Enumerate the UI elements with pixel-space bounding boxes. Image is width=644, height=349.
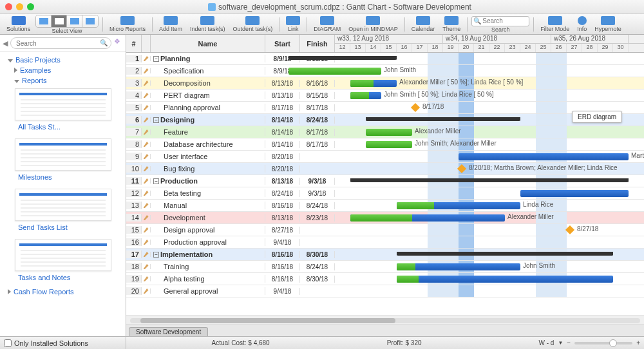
timeline-cell[interactable]: John Smith; Alexander Miller bbox=[335, 138, 644, 150]
grid-body[interactable]: ERD diagram 1 −Planning 8/9/18 8/16/18 2… bbox=[126, 53, 644, 316]
view-2[interactable] bbox=[52, 15, 67, 27]
report-thumb[interactable] bbox=[15, 88, 111, 120]
table-row[interactable]: 17 −Implementation 8/16/18 8/30/18 bbox=[126, 249, 644, 261]
theme-button[interactable]: Theme bbox=[440, 15, 463, 34]
start-cell[interactable]: 8/13/18 bbox=[265, 178, 300, 185]
timeline-cell[interactable]: Alexander Miller bbox=[335, 212, 644, 223]
mindmap-button[interactable]: Open in MINDMAP bbox=[346, 15, 401, 34]
info-button[interactable]: Info bbox=[574, 15, 589, 34]
task-bar[interactable] bbox=[397, 263, 520, 270]
row-indicator[interactable] bbox=[142, 276, 151, 281]
task-name-cell[interactable]: Development bbox=[151, 214, 265, 222]
row-indicator[interactable] bbox=[142, 240, 151, 245]
task-name-cell[interactable]: Training bbox=[151, 263, 265, 270]
finish-cell[interactable]: 8/30/18 bbox=[300, 251, 335, 258]
filter-button[interactable]: Filter Mode bbox=[538, 15, 572, 34]
task-bar[interactable] bbox=[289, 68, 381, 75]
zoom-out-icon[interactable]: − bbox=[567, 339, 571, 346]
table-row[interactable]: 5 Planning approval 8/17/18 8/17/18 8/17… bbox=[126, 102, 644, 114]
table-row[interactable]: 12 Beta testing 8/24/18 9/3/18 bbox=[126, 187, 644, 200]
start-cell[interactable]: 8/13/18 bbox=[265, 92, 300, 99]
task-name-cell[interactable]: −Implementation bbox=[151, 250, 265, 258]
table-row[interactable]: 9 User interface 8/20/18 Martha Brown bbox=[126, 151, 644, 163]
timeline-cell[interactable]: John Smith bbox=[335, 261, 644, 272]
row-indicator[interactable] bbox=[142, 68, 151, 73]
start-cell[interactable]: 8/27/18 bbox=[265, 227, 300, 234]
task-name-cell[interactable]: −Production bbox=[151, 177, 265, 185]
col-start[interactable]: Start bbox=[265, 35, 300, 52]
table-row[interactable]: 2 Specification 8/9/18 8/15/18 John Smit… bbox=[126, 65, 644, 77]
timeline-cell[interactable]: Alexander Miller [ 50 %]; Linda Rice [ 5… bbox=[335, 77, 644, 89]
timeline-cell[interactable]: Martha Brown bbox=[335, 151, 644, 162]
start-cell[interactable]: 8/14/18 bbox=[265, 117, 300, 124]
task-name-cell[interactable]: Decomposition bbox=[151, 79, 265, 87]
col-finish[interactable]: Finish bbox=[300, 35, 335, 52]
row-indicator[interactable] bbox=[142, 264, 151, 269]
start-cell[interactable]: 9/4/18 bbox=[265, 239, 300, 246]
start-cell[interactable]: 8/14/18 bbox=[265, 141, 300, 148]
row-indicator[interactable] bbox=[142, 227, 151, 232]
task-name-cell[interactable]: −Planning bbox=[151, 55, 265, 62]
task-bar[interactable] bbox=[397, 202, 520, 209]
summary-bar[interactable] bbox=[397, 252, 613, 256]
table-row[interactable]: 6 −Designing 8/14/18 8/24/18 bbox=[126, 114, 644, 126]
task-bar[interactable] bbox=[350, 80, 397, 87]
row-indicator[interactable] bbox=[142, 203, 151, 208]
link-button[interactable]: Link bbox=[283, 15, 303, 34]
row-indicator[interactable] bbox=[142, 129, 151, 135]
finish-cell[interactable]: 8/24/18 bbox=[300, 263, 335, 270]
finish-cell[interactable]: 9/3/18 bbox=[300, 190, 335, 197]
report-thumb[interactable] bbox=[15, 239, 111, 271]
table-row[interactable]: 19 Alpha testing 8/16/18 8/30/18 bbox=[126, 273, 644, 285]
timeline-cell[interactable]: 8/27/18 bbox=[335, 224, 644, 236]
timeline-cell[interactable] bbox=[335, 53, 644, 64]
start-cell[interactable]: 8/20/18 bbox=[265, 153, 300, 160]
row-indicator[interactable] bbox=[142, 288, 151, 294]
row-indicator[interactable] bbox=[142, 105, 151, 110]
start-cell[interactable]: 8/13/18 bbox=[265, 80, 300, 87]
finish-cell[interactable]: 8/17/18 bbox=[300, 129, 335, 136]
task-bar[interactable] bbox=[397, 276, 613, 283]
task-name-cell[interactable]: Alpha testing bbox=[151, 275, 265, 283]
start-cell[interactable]: 8/13/18 bbox=[265, 214, 300, 222]
table-row[interactable]: 15 Design approval 8/27/18 8/27/18 bbox=[126, 224, 644, 236]
start-cell[interactable]: 8/17/18 bbox=[265, 104, 300, 111]
finish-cell[interactable]: 8/16/18 bbox=[300, 80, 335, 87]
start-cell[interactable]: 8/16/18 bbox=[265, 276, 300, 283]
task-bar[interactable] bbox=[350, 214, 505, 222]
table-row[interactable]: 18 Training 8/16/18 8/24/18 John Smith bbox=[126, 261, 644, 273]
table-row[interactable]: 10 Bug fixing 8/20/18 8/20/18; Martha Br… bbox=[126, 163, 644, 175]
task-name-cell[interactable]: Bug fixing bbox=[151, 165, 265, 173]
table-row[interactable]: 20 General approval 9/4/18 bbox=[126, 285, 644, 297]
finish-cell[interactable]: 8/15/18 bbox=[300, 92, 335, 99]
row-indicator[interactable] bbox=[142, 117, 151, 122]
start-cell[interactable]: 8/24/18 bbox=[265, 190, 300, 197]
row-indicator[interactable] bbox=[142, 93, 151, 98]
summary-bar[interactable] bbox=[350, 178, 629, 182]
task-bar[interactable] bbox=[366, 141, 412, 148]
table-row[interactable]: 16 Production approval 9/4/18 bbox=[126, 236, 644, 249]
timeline-cell[interactable] bbox=[335, 175, 644, 187]
task-name-cell[interactable]: User interface bbox=[151, 153, 265, 160]
finish-cell[interactable]: 9/3/18 bbox=[300, 178, 335, 185]
tree-cash-flow[interactable]: Cash Flow Reports bbox=[4, 287, 122, 297]
expand-icon[interactable]: − bbox=[153, 117, 159, 123]
finish-cell[interactable]: 8/30/18 bbox=[300, 276, 335, 283]
task-name-cell[interactable]: Design approval bbox=[151, 226, 265, 234]
table-row[interactable]: 14 Development 8/13/18 8/23/18 Alexander… bbox=[126, 212, 644, 224]
finish-cell[interactable]: 8/23/18 bbox=[300, 214, 335, 222]
table-row[interactable]: 8 Database architecture 8/14/18 8/17/18 … bbox=[126, 138, 644, 151]
task-name-cell[interactable]: Manual bbox=[151, 202, 265, 209]
col-name[interactable]: Name bbox=[151, 35, 265, 52]
task-name-cell[interactable]: Production approval bbox=[151, 238, 265, 246]
table-row[interactable]: 1 −Planning 8/9/18 8/16/18 bbox=[126, 53, 644, 65]
task-name-cell[interactable]: −Designing bbox=[151, 116, 265, 124]
timeline-cell[interactable]: John Smith bbox=[335, 65, 644, 77]
chevron-left-icon[interactable]: ◀ bbox=[3, 39, 8, 48]
start-cell[interactable]: 8/14/18 bbox=[265, 129, 300, 136]
expand-icon[interactable]: − bbox=[153, 252, 159, 258]
row-indicator[interactable] bbox=[142, 166, 151, 171]
summary-bar[interactable] bbox=[289, 56, 397, 60]
start-cell[interactable]: 8/16/18 bbox=[265, 251, 300, 258]
table-row[interactable]: 7 Feature 8/14/18 8/17/18 Alexander Mill… bbox=[126, 126, 644, 138]
